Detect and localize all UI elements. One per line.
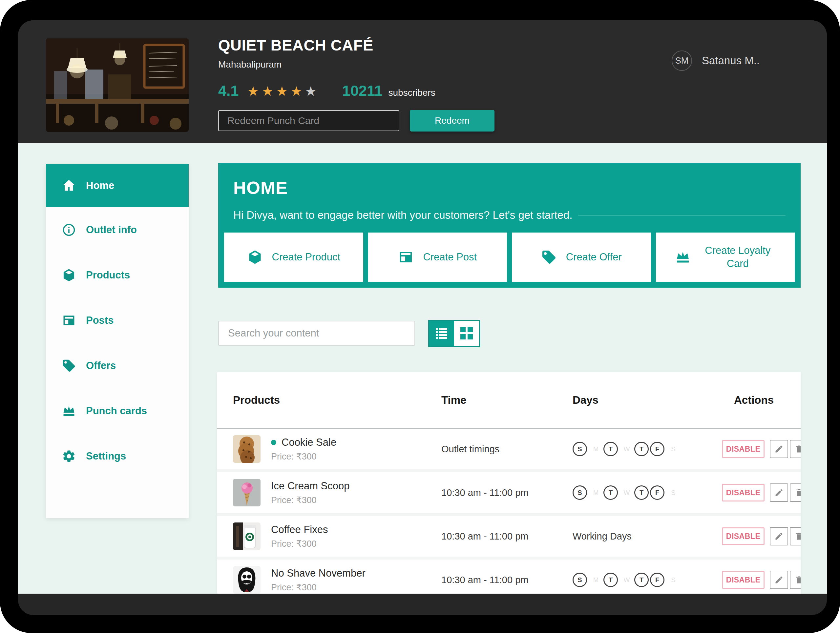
day-badge: M <box>588 576 603 584</box>
sidebar-item-label: Outlet info <box>86 224 137 236</box>
product-cell: Ice Cream Scoop Price: ₹300 <box>233 479 441 506</box>
edit-button[interactable] <box>770 440 788 458</box>
sidebar-item-settings[interactable]: Settings <box>46 434 189 479</box>
star-icon <box>276 84 291 98</box>
sidebar: Home Outlet info Products Posts Offers P… <box>46 164 189 518</box>
gear-icon <box>62 449 76 463</box>
day-badge: F <box>650 485 665 500</box>
column-header-time: Time <box>441 394 573 406</box>
product-text: Cookie Sale Price: ₹300 <box>271 436 336 462</box>
sidebar-item-offers[interactable]: Offers <box>46 343 189 388</box>
crown-icon <box>62 404 76 418</box>
cube-icon <box>247 249 263 265</box>
star-icon <box>262 84 276 98</box>
star-icon <box>305 84 319 98</box>
cafe-info: QUIET BEACH CAFÉ Mahabalipuram 4.1 10211… <box>218 36 494 132</box>
grid-view-icon <box>460 327 473 339</box>
days-cell: S M T W T F S <box>573 485 722 500</box>
edit-button[interactable] <box>770 483 788 502</box>
sidebar-item-posts[interactable]: Posts <box>46 298 189 343</box>
pencil-icon <box>774 488 783 497</box>
days-cell: Working Days <box>573 531 722 542</box>
page-title: QUIET BEACH CAFÉ <box>218 36 494 54</box>
redeem-punch-card-input[interactable] <box>218 110 399 131</box>
search-row <box>218 320 480 347</box>
delete-button[interactable] <box>790 483 801 502</box>
app-header: QUIET BEACH CAFÉ Mahabalipuram 4.1 10211… <box>18 20 827 143</box>
day-badge: F <box>650 442 665 456</box>
product-name: No Shave November <box>271 567 366 579</box>
product-image-ice-cream-scoop <box>233 479 261 506</box>
create-post-button[interactable]: Create Post <box>368 233 507 282</box>
day-badge: T <box>634 485 649 500</box>
tag-icon <box>62 359 76 373</box>
sidebar-item-outlet-info[interactable]: Outlet info <box>46 207 189 252</box>
product-price: Price: ₹300 <box>271 539 328 549</box>
table-header-row: Products Time Days Actions <box>217 372 801 429</box>
trash-icon <box>794 532 801 541</box>
redeem-button[interactable]: Redeem <box>410 110 494 132</box>
avatar[interactable]: SM <box>672 50 692 71</box>
content-table: Products Time Days Actions Cookie Sale P… <box>217 372 801 594</box>
product-image-no-shave-november <box>233 566 261 594</box>
product-cell: No Shave November Price: ₹300 <box>233 566 441 594</box>
create-product-button[interactable]: Create Product <box>224 233 363 282</box>
content-area: Home Outlet info Products Posts Offers P… <box>18 143 827 594</box>
rating-stars <box>248 83 319 99</box>
grid-view-button[interactable] <box>454 321 479 346</box>
sidebar-item-label: Posts <box>86 315 114 326</box>
create-button-label: Create Product <box>272 250 341 264</box>
table-row: Coffee Fixes Price: ₹300 10:30 am - 11:0… <box>217 516 801 559</box>
day-badge: S <box>573 485 587 500</box>
product-cell: Cookie Sale Price: ₹300 <box>233 435 441 463</box>
time-cell: 10:30 am - 11:00 pm <box>441 575 573 586</box>
delete-button[interactable] <box>790 571 801 589</box>
column-header-actions: Actions <box>722 394 783 406</box>
edit-button[interactable] <box>770 571 788 589</box>
pencil-icon <box>774 532 783 541</box>
sidebar-item-label: Punch cards <box>86 405 147 417</box>
disable-button[interactable]: DISABLE <box>722 571 764 589</box>
day-badge: T <box>603 573 618 587</box>
create-offer-button[interactable]: Create Offer <box>512 233 651 282</box>
search-input[interactable] <box>218 321 415 346</box>
trash-icon <box>794 575 801 584</box>
day-badge: S <box>666 576 681 584</box>
product-text: Coffee Fixes Price: ₹300 <box>271 524 328 549</box>
banner-title: HOME <box>233 178 786 198</box>
list-view-button[interactable] <box>429 321 454 346</box>
sidebar-item-punch-cards[interactable]: Punch cards <box>46 388 189 434</box>
delete-button[interactable] <box>790 440 801 458</box>
delete-button[interactable] <box>790 527 801 545</box>
days-text: Working Days <box>573 531 632 542</box>
column-header-days: Days <box>573 394 722 406</box>
subscribers-count: 10211 <box>342 82 382 99</box>
disable-button[interactable]: DISABLE <box>722 484 764 501</box>
user-name: Satanus M.. <box>702 54 759 67</box>
day-badge: W <box>619 576 634 584</box>
day-badge: W <box>619 446 634 453</box>
time-cell: 10:30 am - 11:00 pm <box>441 531 573 542</box>
sidebar-item-products[interactable]: Products <box>46 252 189 298</box>
cube-icon <box>62 268 76 282</box>
disable-button[interactable]: DISABLE <box>722 528 764 545</box>
trash-icon <box>794 488 801 497</box>
tag-icon <box>541 249 557 265</box>
active-status-dot <box>271 440 276 445</box>
cafe-photo <box>46 38 189 132</box>
sidebar-item-label: Home <box>86 180 114 192</box>
product-price: Price: ₹300 <box>271 451 336 462</box>
create-loyalty-card-button[interactable]: Create Loyalty Card <box>656 233 795 282</box>
time-cell: Outlet timings <box>441 444 573 455</box>
trash-icon <box>794 444 801 453</box>
table-row: No Shave November Price: ₹300 10:30 am -… <box>217 559 801 594</box>
star-icon <box>248 84 262 98</box>
view-toggle <box>428 320 480 347</box>
product-price: Price: ₹300 <box>271 582 366 593</box>
home-icon <box>62 178 76 193</box>
sidebar-item-home[interactable]: Home <box>46 164 189 207</box>
day-badge: S <box>573 442 587 456</box>
edit-button[interactable] <box>770 527 788 545</box>
user-chip[interactable]: SM Satanus M.. <box>672 50 759 71</box>
disable-button[interactable]: DISABLE <box>722 440 764 458</box>
